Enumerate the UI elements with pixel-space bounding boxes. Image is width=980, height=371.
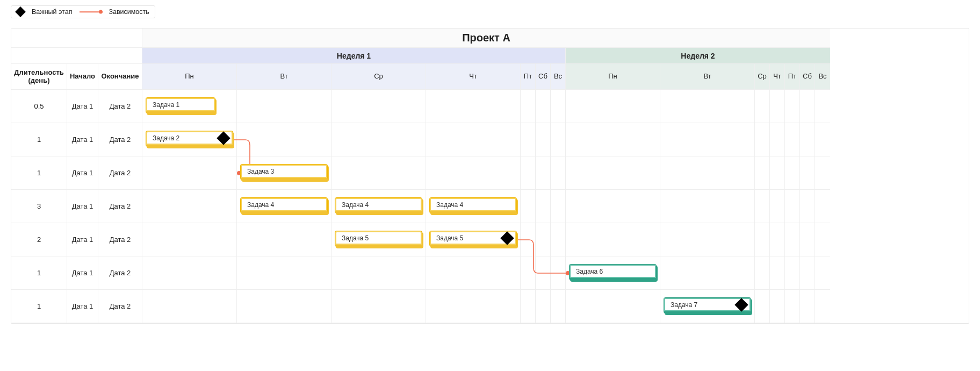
cell-end: Дата 2 <box>98 256 142 290</box>
day-cell <box>237 256 332 290</box>
col-start: Начало <box>67 64 98 90</box>
cell-end: Дата 2 <box>98 123 142 156</box>
cell-duration: 2 <box>11 223 67 256</box>
task-bar[interactable]: Задача 1 <box>146 97 215 113</box>
task-bar[interactable]: Задача 4 <box>429 197 517 213</box>
day-cell: Задача 1 <box>142 90 237 123</box>
day-cell <box>815 123 830 156</box>
day-cell <box>815 190 830 223</box>
header-blank-2 <box>11 48 142 64</box>
day-cell <box>800 156 815 190</box>
day-cell <box>800 90 815 123</box>
day-cell <box>551 256 566 290</box>
table-row: 1Дата 1Дата 2Задача 2 <box>11 123 969 156</box>
cell-duration: 0.5 <box>11 90 67 123</box>
day-cell <box>660 156 755 190</box>
cell-end: Дата 2 <box>98 223 142 256</box>
day-cell <box>332 290 426 323</box>
cell-start: Дата 1 <box>67 190 98 223</box>
day-cell <box>800 223 815 256</box>
day-cell <box>566 223 660 256</box>
cell-duration: 3 <box>11 190 67 223</box>
w2-thu: Чт <box>770 64 785 90</box>
day-cell <box>521 123 536 156</box>
cell-start: Дата 1 <box>67 256 98 290</box>
w1-sat: Сб <box>536 64 551 90</box>
task-bar[interactable]: Задача 3 <box>240 164 328 180</box>
day-cell <box>785 190 800 223</box>
day-cell <box>785 223 800 256</box>
task-bar[interactable]: Задача 6 <box>569 264 657 280</box>
day-cell <box>566 290 660 323</box>
cell-end: Дата 2 <box>98 290 142 323</box>
table-row: 1Дата 1Дата 2Задача 7 <box>11 290 969 323</box>
milestone-icon <box>500 231 514 245</box>
table-row: 1Дата 1Дата 2Задача 3 <box>11 156 969 190</box>
milestone-icon <box>734 298 748 311</box>
w1-fri: Пт <box>521 64 536 90</box>
task-bar[interactable]: Задача 7 <box>664 297 751 313</box>
cell-duration: 1 <box>11 156 67 190</box>
w1-wed: Ср <box>332 64 426 90</box>
task-bar[interactable]: Задача 4 <box>335 197 422 213</box>
day-cell <box>770 290 785 323</box>
day-cell <box>536 290 551 323</box>
day-cell <box>755 90 770 123</box>
day-cell <box>785 156 800 190</box>
cell-duration: 1 <box>11 123 67 156</box>
day-cell <box>660 256 755 290</box>
day-cell: Задача 2 <box>142 123 237 156</box>
day-cell <box>237 290 332 323</box>
task-bar[interactable]: Задача 2 <box>146 131 233 147</box>
day-cell <box>237 223 332 256</box>
day-cell <box>536 223 551 256</box>
day-cell <box>426 123 521 156</box>
day-cell <box>755 256 770 290</box>
day-cell: Задача 7 <box>660 290 755 323</box>
day-cell <box>536 156 551 190</box>
w2-sat: Сб <box>800 64 815 90</box>
task-bar[interactable]: Задача 5 <box>335 231 422 247</box>
day-cell <box>426 156 521 190</box>
w1-mon: Пн <box>142 64 237 90</box>
cell-start: Дата 1 <box>67 156 98 190</box>
task-bar[interactable]: Задача 4 <box>240 197 328 213</box>
day-cell <box>536 90 551 123</box>
day-cell <box>551 90 566 123</box>
day-cell <box>755 290 770 323</box>
day-cell <box>536 123 551 156</box>
w1-tue: Вт <box>237 64 332 90</box>
header-blank <box>11 28 142 48</box>
day-cell <box>566 156 660 190</box>
project-title: Проект А <box>142 28 830 48</box>
day-cell <box>566 123 660 156</box>
day-cell <box>237 123 332 156</box>
task-bar[interactable]: Задача 5 <box>429 231 517 247</box>
day-cell <box>815 156 830 190</box>
day-cell <box>660 223 755 256</box>
day-cell: Задача 3 <box>237 156 332 190</box>
day-cell <box>551 156 566 190</box>
col-end: Окончание <box>98 64 142 90</box>
day-cell <box>521 256 536 290</box>
day-cell <box>770 256 785 290</box>
day-cell <box>755 123 770 156</box>
w1-thu: Чт <box>426 64 521 90</box>
day-cell <box>142 223 237 256</box>
day-cell: Задача 4 <box>426 190 521 223</box>
day-cell <box>800 290 815 323</box>
dependency-icon <box>80 9 101 15</box>
col-duration: Длительность (день) <box>11 64 67 90</box>
day-cell <box>770 223 785 256</box>
day-cell <box>521 156 536 190</box>
day-cell <box>815 256 830 290</box>
day-cell <box>815 90 830 123</box>
day-cell <box>426 290 521 323</box>
cell-end: Дата 2 <box>98 190 142 223</box>
day-cell <box>566 190 660 223</box>
cell-start: Дата 1 <box>67 223 98 256</box>
cell-start: Дата 1 <box>67 290 98 323</box>
day-cell: Задача 5 <box>426 223 521 256</box>
day-cell <box>785 123 800 156</box>
cell-duration: 1 <box>11 256 67 290</box>
